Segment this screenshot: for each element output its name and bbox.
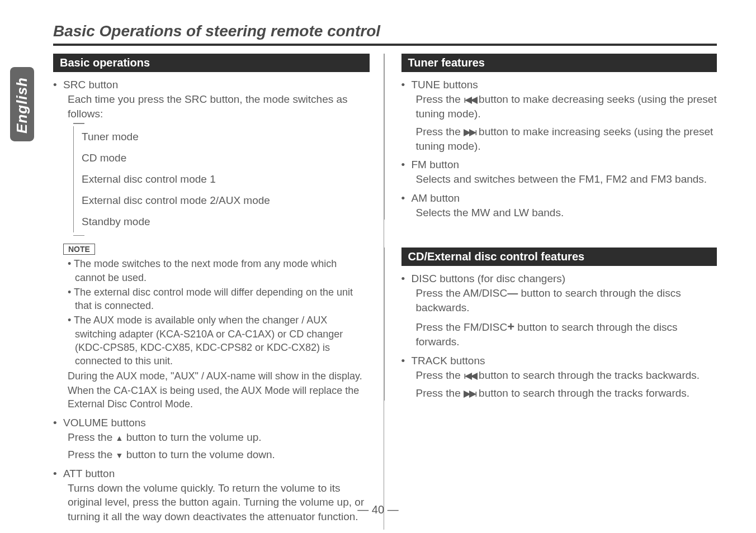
page-number: — 40 —: [0, 503, 756, 516]
left-column: Basic operations •SRC button Each time y…: [53, 54, 384, 530]
src-button-heading: •SRC button: [53, 79, 370, 91]
mode-item: Standby mode: [74, 211, 370, 232]
note-extra: During the AUX mode, "AUX" / AUX-name wi…: [68, 369, 370, 383]
volume-up-text: Press the button to turn the volume up.: [68, 430, 370, 445]
disc-back-text: Press the AM/DISC button to search throu…: [416, 286, 717, 315]
note-item: • The external disc control mode will di…: [68, 285, 370, 313]
am-button-heading: •AM button: [401, 192, 717, 204]
att-button-heading: •ATT button: [53, 468, 370, 480]
track-back-text: Press the ı◀◀ button to search through t…: [416, 368, 717, 383]
note-item: • The mode switches to the next mode fro…: [68, 257, 370, 284]
note-label: NOTE: [63, 244, 95, 255]
track-fwd-text: Press the ▶▶ı button to search through t…: [416, 386, 717, 401]
fm-body: Selects and switches between the FM1, FM…: [416, 172, 717, 187]
tune-dec-text: Press the ı◀◀ button to make decreasing …: [416, 92, 717, 121]
tune-buttons-heading: •TUNE buttons: [401, 79, 717, 91]
section-basic-operations: Basic operations: [53, 54, 370, 72]
skip-forward-icon: ▶▶ı: [464, 388, 476, 401]
att-body: Turns down the volume quickly. To return…: [68, 481, 370, 524]
plus-icon: [507, 321, 514, 333]
title-rule: [53, 44, 717, 46]
fm-button-heading: •FM button: [401, 159, 717, 171]
page-title: Basic Operations of steering remote cont…: [53, 22, 717, 40]
skip-forward-icon: ▶▶ı: [464, 126, 476, 139]
tune-inc-text: Press the ▶▶ı button to make increasing …: [416, 125, 717, 154]
mode-cycle-list: Tuner mode CD mode External disc control…: [73, 126, 370, 232]
mode-item: External disc control mode 2/AUX mode: [74, 190, 370, 211]
note-list: • The mode switches to the next mode fro…: [68, 257, 370, 411]
language-tab: English: [10, 67, 34, 141]
mode-item: CD mode: [74, 147, 370, 169]
section-cd-features: CD/External disc control features: [401, 248, 717, 266]
mode-item: Tuner mode: [74, 126, 370, 147]
disc-fwd-text: Press the FM/DISC button to search throu…: [416, 318, 717, 349]
triangle-down-icon: [116, 449, 124, 460]
disc-buttons-heading: •DISC buttons (for disc changers): [401, 273, 717, 285]
volume-down-text: Press the button to turn the volume down…: [68, 448, 370, 462]
mode-item: External disc control mode 1: [74, 169, 370, 190]
right-column: Tuner features •TUNE buttons Press the ı…: [401, 54, 717, 530]
note-item: • The AUX mode is available only when th…: [68, 313, 370, 368]
skip-back-icon: ı◀◀: [464, 370, 476, 383]
section-tuner-features: Tuner features: [401, 54, 717, 72]
am-body: Selects the MW and LW bands.: [416, 206, 717, 220]
triangle-up-icon: [116, 431, 124, 443]
minus-icon: [507, 287, 518, 299]
skip-back-icon: ı◀◀: [464, 94, 476, 107]
note-extra: When the CA-C1AX is being used, the AUX …: [68, 384, 370, 411]
track-buttons-heading: •TRACK buttons: [401, 355, 717, 367]
volume-buttons-heading: •VOLUME buttons: [53, 417, 370, 429]
src-intro: Each time you press the SRC button, the …: [68, 92, 370, 121]
